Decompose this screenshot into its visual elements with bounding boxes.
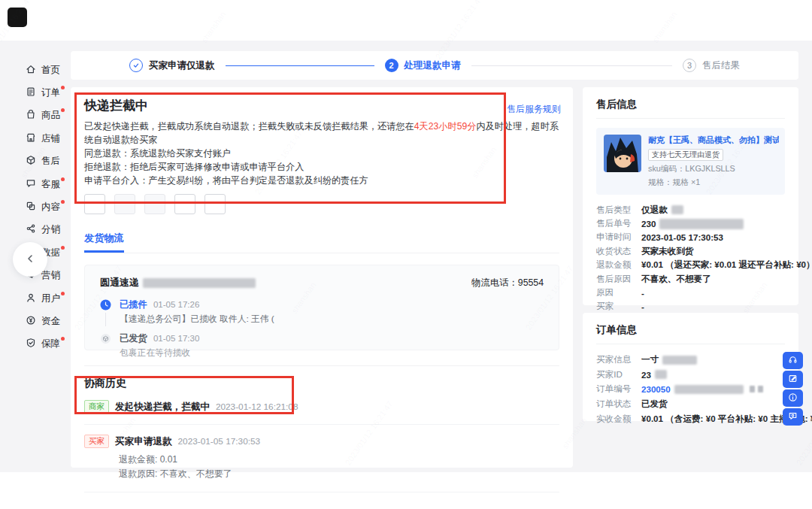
product-spec: 规格：规格 ×1 <box>648 177 779 188</box>
status-description: 已发起快递拦截，拦截成功系统自动退款；拦截失败或未反馈拦截结果，还请您在4天23… <box>84 120 559 187</box>
info-button[interactable] <box>783 389 803 407</box>
aftersale-info-card: 售后信息 耐克【王禹、商品模式、勿拍】测试商品 支持七天无理由退货 sku编码：… <box>583 87 798 305</box>
service-headset-button[interactable] <box>783 352 803 369</box>
sidebar-item-service[interactable]: 客服 <box>26 173 69 195</box>
stepper-connector <box>471 65 672 66</box>
sidebar-item-content[interactable]: 内容 <box>26 195 69 218</box>
view-order-button[interactable] <box>205 194 226 214</box>
product-icon <box>26 109 36 122</box>
step-aftersale-result: 3 售后结果 <box>683 59 740 72</box>
headset-icon <box>788 355 798 367</box>
info-row: 原因 - <box>596 286 785 299</box>
sidebar-item-shop[interactable]: 店铺 <box>26 127 69 150</box>
history-entry-buyer: 买家 买家申请退款 2023-01-05 17:30:53 退款金额: 0.01… <box>84 425 559 492</box>
stepper-connector <box>226 65 374 66</box>
sidebar-item-aftersale[interactable]: 售后 <box>26 150 69 173</box>
feedback-form-button[interactable] <box>783 371 803 388</box>
redacted-text <box>674 385 744 394</box>
form-icon <box>788 374 798 386</box>
sidebar-item-home[interactable]: 首页 <box>26 59 69 81</box>
shield-icon <box>26 338 36 350</box>
aftersale-rules-link[interactable]: 售后服务规则 <box>507 103 561 116</box>
info-row: 买家 - <box>596 300 785 314</box>
home-icon <box>26 64 36 77</box>
sidebar-item-protection[interactable]: 保障 <box>26 333 69 356</box>
chat-icon <box>788 411 798 423</box>
timeline-event-picked-up: 已揽件01-05 17:26 【速递总务公司】已揽收 取件人: 王伟 ( <box>100 298 544 326</box>
info-row: 收货状态 买家未收到货 <box>596 244 785 258</box>
chevron-left-icon <box>25 253 35 266</box>
info-row: 售后类型 仅退款 <box>596 203 785 217</box>
redacted-text <box>671 205 683 214</box>
notification-dot <box>61 292 65 295</box>
info-row: 退款金额 ¥0.01 （退还买家: ¥0.01 退还平台补贴: ¥0） <box>596 259 785 272</box>
step-number: 2 <box>385 59 398 72</box>
shop-icon <box>26 132 36 145</box>
order-fields: 买家信息 一寸 买家ID 23 订单编号 230050 订单状态 <box>596 353 785 426</box>
reject-refund-button[interactable] <box>144 194 165 214</box>
sidebar-collapse-handle[interactable] <box>13 242 47 277</box>
logistics-box: 圆通速递 物流电话：95554 已揽件01-05 17:26 【速递总务公司】已… <box>84 265 559 350</box>
product-box: 耐克【王禹、商品模式、勿拍】测试商品 支持七天无理由退货 sku编码：LKGJK… <box>596 128 785 195</box>
check-icon <box>129 59 143 72</box>
buyer-tag: 买家 <box>84 435 109 448</box>
redacted-icons <box>750 386 763 392</box>
redacted-text <box>655 370 667 379</box>
history-entry-merchant: 商家 发起快递拦截，拦截中 2023-01-12 16:21:08 <box>84 390 559 425</box>
tab-shipping-logistics[interactable]: 发货物流 <box>84 232 124 253</box>
service-icon <box>26 178 36 191</box>
product-name-link[interactable]: 耐克【王禹、商品模式、勿拍】测试商品 <box>648 135 779 146</box>
aftersale-fields: 售后类型 仅退款 售后单号 230 申请时间 2023-01-05 17:30:… <box>596 203 785 328</box>
redacted-tracking-number <box>143 278 256 288</box>
sidebar-item-orders[interactable]: 订单 <box>26 81 69 104</box>
info-row: 订单状态 已发货 <box>596 397 785 412</box>
sidebar-item-products[interactable]: 商品 <box>26 105 69 127</box>
info-row: 售后单号 230 <box>596 217 785 230</box>
redacted-text <box>659 219 744 229</box>
sidebar-item-distribution[interactable]: 分销 <box>26 219 69 241</box>
action-buttons <box>84 194 559 214</box>
sidebar-item-funds[interactable]: 资金 <box>26 310 69 332</box>
sidebar-item-users[interactable]: 用户 <box>26 287 69 310</box>
order-icon <box>26 86 36 99</box>
intercept-express-button[interactable] <box>114 194 135 214</box>
notification-dot <box>61 86 65 89</box>
status-title: 快递拦截中 <box>84 97 559 115</box>
refund-detail-card: 售后服务规则 快递拦截中 已发起快递拦截，拦截成功系统自动退款；拦截失败或未反馈… <box>71 87 573 468</box>
timeline-event-shipped: 已发货01-05 17:30 包裹正在等待揽收 <box>100 332 544 359</box>
info-row: 售后原因 不喜欢、不想要了 <box>596 272 785 286</box>
message-button[interactable] <box>783 408 803 426</box>
agree-refund-button[interactable] <box>84 194 105 214</box>
float-toolbar <box>783 352 803 426</box>
notification-dot <box>61 177 65 181</box>
step-process-refund: 2 处理退款申请 <box>385 59 461 72</box>
user-icon <box>26 292 36 305</box>
return-policy-tag: 支持七天无理由退货 <box>648 149 723 161</box>
funds-icon <box>26 315 36 328</box>
logistics-tab-bar: 发货物流 <box>84 232 559 253</box>
notification-dot <box>61 200 65 204</box>
order-info-card: 订单信息 买家信息 一寸 买家ID 23 订单编号 230050 <box>583 313 798 421</box>
info-row: 买家ID 23 <box>596 368 785 383</box>
merchant-tag: 商家 <box>84 400 109 414</box>
info-icon <box>788 392 798 404</box>
negotiation-history: 协商历史 商家 发起快递拦截，拦截中 2023-01-12 16:21:08 买… <box>84 365 559 492</box>
clock-icon <box>100 299 111 311</box>
notification-dot <box>61 246 65 250</box>
notification-dot <box>61 108 65 112</box>
product-image <box>604 135 641 172</box>
platform-intervention-button[interactable] <box>174 194 195 214</box>
countdown-text: 4天23小时59分 <box>414 121 477 132</box>
sidebar: 首页 订单 商品 店铺 售后 客服 内容 <box>26 59 69 356</box>
refund-stepper: 买家申请仅退款 2 处理退款申请 3 售后结果 <box>71 51 798 80</box>
package-icon <box>100 333 111 344</box>
info-row: 申请时间 2023-01-05 17:30:53 <box>596 231 785 244</box>
share-icon <box>26 223 36 236</box>
info-row: 买家信息 一寸 <box>596 353 785 368</box>
aftersale-info-title: 售后信息 <box>596 98 785 119</box>
redacted-text <box>662 356 697 365</box>
notification-dot <box>61 337 65 341</box>
order-info-title: 订单信息 <box>596 323 785 344</box>
logistics-timeline: 已揽件01-05 17:26 【速递总务公司】已揽收 取件人: 王伟 ( 已发货… <box>100 298 544 359</box>
info-row: 实收金额 ¥0.01 （含运费: ¥0 平台补贴: ¥0 主播红包: ¥0） <box>596 411 785 426</box>
